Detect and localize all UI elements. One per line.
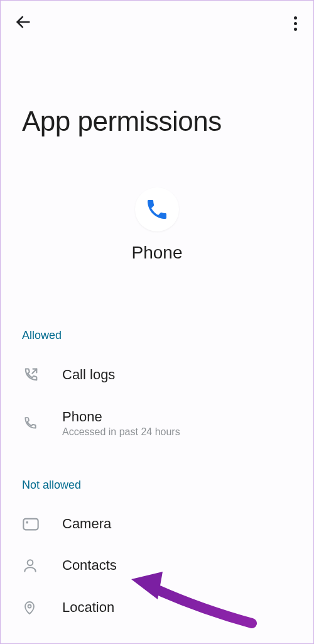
not-allowed-list: Camera Contacts Location (1, 503, 313, 629)
page-title: App permissions (1, 33, 313, 137)
back-button[interactable] (14, 13, 32, 33)
app-icon (135, 187, 179, 231)
permission-title: Contacts (62, 557, 117, 574)
phone-app-icon (144, 197, 170, 222)
permission-contacts[interactable]: Contacts (1, 545, 313, 586)
contacts-icon (22, 557, 45, 574)
permission-phone[interactable]: Phone Accessed in past 24 hours (1, 396, 313, 450)
permission-title: Call logs (62, 367, 115, 383)
overflow-menu-button[interactable] (291, 14, 300, 33)
section-label-not-allowed: Not allowed (1, 479, 313, 492)
svg-rect-1 (23, 519, 38, 530)
location-icon (22, 599, 45, 616)
svg-point-4 (28, 605, 31, 608)
section-label-allowed: Allowed (1, 329, 313, 342)
back-arrow-icon (14, 13, 32, 31)
phone-icon (22, 415, 45, 431)
call-logs-icon (22, 366, 45, 384)
app-header: Phone (1, 187, 313, 263)
app-name: Phone (132, 243, 183, 263)
permission-subtitle: Accessed in past 24 hours (62, 426, 180, 438)
permission-title: Location (62, 599, 114, 616)
svg-point-3 (28, 560, 33, 565)
permission-title: Camera (62, 516, 111, 532)
permission-call-logs[interactable]: Call logs (1, 353, 313, 396)
top-bar (1, 1, 313, 33)
permission-location[interactable]: Location (1, 586, 313, 629)
permission-title: Phone (62, 409, 180, 425)
svg-point-2 (26, 521, 28, 524)
allowed-list: Call logs Phone Accessed in past 24 hour… (1, 353, 313, 450)
permission-camera[interactable]: Camera (1, 503, 313, 545)
more-vert-icon (294, 16, 297, 31)
camera-icon (22, 516, 45, 531)
